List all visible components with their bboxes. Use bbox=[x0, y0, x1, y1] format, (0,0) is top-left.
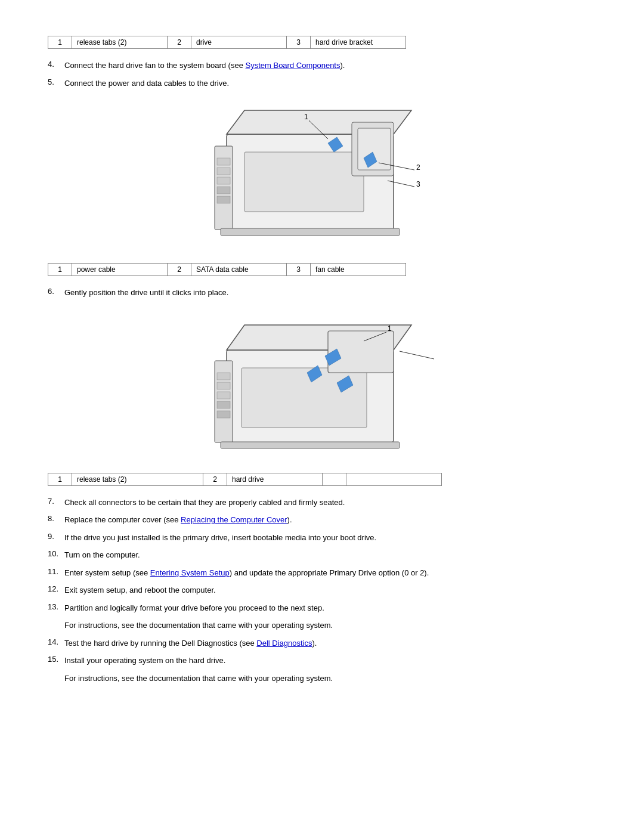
step-15-text: Install your operating system on the har… bbox=[64, 655, 225, 667]
table3-row2-num: 2 bbox=[203, 473, 227, 485]
step-5-text: Connect the power and data cables to the… bbox=[64, 78, 229, 89]
table3-row3-num bbox=[323, 473, 346, 485]
svg-rect-5 bbox=[217, 177, 230, 184]
parts-table-2: 1 power cable 2 SATA data cable 3 fan ca… bbox=[48, 263, 406, 276]
step-6-text: Gently position the drive until it click… bbox=[64, 287, 228, 299]
step-8: 8. Replace the computer cover (see Repla… bbox=[48, 514, 596, 526]
step-5-num: 5. bbox=[48, 78, 64, 86]
parts-table-1: 1 release tabs (2) 2 drive 3 hard drive … bbox=[48, 36, 406, 49]
step-6: 6. Gently position the drive until it cl… bbox=[48, 287, 596, 299]
svg-rect-6 bbox=[217, 187, 230, 194]
svg-rect-16 bbox=[221, 228, 400, 236]
table1-row3-num: 3 bbox=[287, 36, 311, 49]
table3-row2-label: hard drive bbox=[227, 473, 323, 485]
svg-rect-3 bbox=[217, 158, 230, 165]
step-7: 7. Check all connectors to be certain th… bbox=[48, 497, 596, 509]
step-14: 14. Test the hard drive by running the D… bbox=[48, 637, 596, 649]
table2-row3-num: 3 bbox=[287, 264, 311, 276]
step-10: 10. Turn on the computer. bbox=[48, 549, 596, 561]
step-15-subnote: For instructions, see the documentation … bbox=[64, 673, 596, 685]
table3-row3-label bbox=[346, 473, 442, 485]
diag1-label3: 3 bbox=[416, 180, 420, 188]
step-8-num: 8. bbox=[48, 514, 64, 523]
table3-row1-label: release tabs (2) bbox=[72, 473, 203, 485]
step-9-text: If the drive you just installed is the p… bbox=[64, 532, 376, 544]
table2-row1-num: 1 bbox=[48, 264, 72, 276]
step-12-num: 12. bbox=[48, 584, 64, 593]
table1-row1-num: 1 bbox=[48, 36, 72, 49]
table2-row2-label: SATA data cable bbox=[191, 264, 287, 276]
table2-row2-num: 2 bbox=[168, 264, 191, 276]
step-11-num: 11. bbox=[48, 567, 64, 576]
diagram-2: 1 2 bbox=[48, 308, 596, 463]
svg-rect-22 bbox=[217, 392, 230, 399]
table1-row2-num: 2 bbox=[168, 36, 191, 49]
step-8-text: Replace the computer cover (see Replacin… bbox=[64, 514, 292, 526]
step-11: 11. Enter system setup (see Entering Sys… bbox=[48, 567, 596, 579]
diagram-1-svg: 1 2 3 bbox=[209, 98, 435, 253]
diag2-label1: 1 bbox=[388, 324, 392, 333]
step-13-subnote: For instructions, see the documentation … bbox=[64, 620, 596, 631]
step-6-num: 6. bbox=[48, 287, 64, 296]
step-15: 15. Install your operating system on the… bbox=[48, 655, 596, 667]
diagram-1: 1 2 3 bbox=[48, 98, 596, 253]
svg-rect-32 bbox=[221, 442, 400, 448]
table1-row3-label: hard drive bracket bbox=[311, 36, 406, 49]
svg-rect-8 bbox=[244, 152, 364, 212]
step-9-num: 9. bbox=[48, 532, 64, 541]
step-12: 12. Exit system setup, and reboot the co… bbox=[48, 584, 596, 596]
step-11-text: Enter system setup (see Entering System … bbox=[64, 567, 429, 579]
diag1-label1: 1 bbox=[304, 113, 308, 121]
step-4-num: 4. bbox=[48, 60, 64, 69]
step-7-num: 7. bbox=[48, 497, 64, 506]
step-10-text: Turn on the computer. bbox=[64, 549, 140, 561]
table1-row1-label: release tabs (2) bbox=[72, 36, 168, 49]
step-10-num: 10. bbox=[48, 549, 64, 558]
svg-rect-23 bbox=[217, 401, 230, 408]
step-15-num: 15. bbox=[48, 655, 64, 664]
dell-diagnostics-link[interactable]: Dell Diagnostics bbox=[256, 639, 312, 648]
step-13: 13. Partition and logically format your … bbox=[48, 602, 596, 614]
table2-row3-label: fan cable bbox=[311, 264, 406, 276]
system-board-components-link[interactable]: System Board Components bbox=[246, 61, 340, 70]
svg-rect-4 bbox=[217, 168, 230, 175]
step-4-text: Connect the hard drive fan to the system… bbox=[64, 60, 345, 72]
step-14-text: Test the hard drive by running the Dell … bbox=[64, 637, 317, 649]
table1-row2-label: drive bbox=[191, 36, 287, 49]
replacing-computer-cover-link[interactable]: Replacing the Computer Cover bbox=[181, 515, 287, 524]
step-14-num: 14. bbox=[48, 637, 64, 646]
diagram-2-svg: 1 2 bbox=[209, 308, 435, 463]
parts-table-3: 1 release tabs (2) 2 hard drive bbox=[48, 473, 442, 486]
svg-rect-7 bbox=[217, 196, 230, 203]
step-4: 4. Connect the hard drive fan to the sys… bbox=[48, 60, 596, 72]
table2-row1-label: power cable bbox=[72, 264, 168, 276]
svg-rect-21 bbox=[217, 382, 230, 389]
step-13-text: Partition and logically format your driv… bbox=[64, 602, 324, 614]
svg-line-31 bbox=[400, 351, 434, 359]
svg-rect-10 bbox=[358, 128, 391, 170]
step-12-text: Exit system setup, and reboot the comput… bbox=[64, 584, 216, 596]
diag1-label2: 2 bbox=[416, 163, 420, 172]
entering-system-setup-link[interactable]: Entering System Setup bbox=[150, 568, 230, 577]
step-13-num: 13. bbox=[48, 602, 64, 611]
svg-rect-24 bbox=[217, 411, 230, 418]
table3-row1-num: 1 bbox=[48, 473, 72, 485]
step-9: 9. If the drive you just installed is th… bbox=[48, 532, 596, 544]
step-7-text: Check all connectors to be certain that … bbox=[64, 497, 345, 509]
step-5: 5. Connect the power and data cables to … bbox=[48, 78, 596, 89]
svg-rect-20 bbox=[217, 373, 230, 380]
